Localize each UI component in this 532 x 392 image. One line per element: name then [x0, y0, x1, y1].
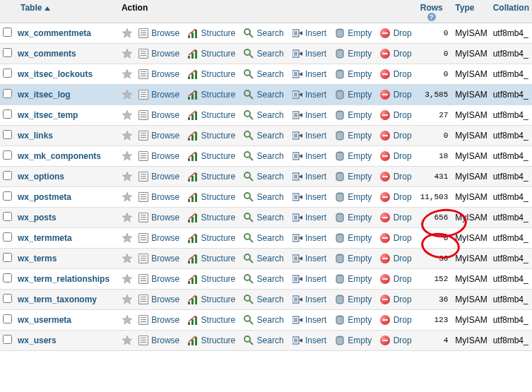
empty-link[interactable]: Empty [348, 49, 372, 59]
row-checkbox[interactable] [3, 130, 12, 139]
row-checkbox[interactable] [3, 89, 12, 98]
search-link[interactable]: Search [257, 233, 284, 243]
structure-link[interactable]: Structure [201, 49, 236, 59]
sort-by-collation[interactable]: Collation [493, 3, 529, 13]
browse-link[interactable]: Browse [151, 254, 179, 263]
star-icon[interactable] [122, 109, 133, 121]
browse-link[interactable]: Browse [151, 213, 179, 222]
search-link[interactable]: Search [257, 172, 284, 182]
sort-by-table[interactable]: Table [20, 3, 50, 13]
drop-link[interactable]: Drop [394, 274, 412, 284]
sort-by-rows[interactable]: Rows [420, 3, 443, 13]
row-checkbox[interactable] [3, 335, 12, 344]
browse-link[interactable]: Browse [151, 151, 179, 161]
search-link[interactable]: Search [257, 110, 284, 120]
insert-link[interactable]: Insert [305, 49, 326, 59]
insert-link[interactable]: Insert [305, 295, 326, 304]
table-name-link[interactable]: wx_itsec_temp [18, 110, 78, 120]
table-name-link[interactable]: wx_links [18, 131, 53, 141]
structure-link[interactable]: Structure [201, 295, 236, 304]
drop-link[interactable]: Drop [394, 295, 412, 304]
browse-link[interactable]: Browse [151, 274, 179, 284]
search-link[interactable]: Search [257, 49, 284, 59]
insert-link[interactable]: Insert [305, 69, 326, 79]
row-checkbox[interactable] [3, 314, 12, 323]
drop-link[interactable]: Drop [394, 315, 412, 325]
structure-link[interactable]: Structure [201, 28, 236, 38]
insert-link[interactable]: Insert [305, 90, 326, 100]
empty-link[interactable]: Empty [348, 131, 372, 141]
star-icon[interactable] [122, 89, 133, 100]
empty-link[interactable]: Empty [348, 151, 372, 161]
empty-link[interactable]: Empty [348, 213, 372, 222]
insert-link[interactable]: Insert [305, 254, 326, 263]
structure-link[interactable]: Structure [201, 172, 236, 182]
search-link[interactable]: Search [257, 274, 284, 284]
drop-link[interactable]: Drop [394, 90, 412, 100]
structure-link[interactable]: Structure [201, 315, 236, 325]
empty-link[interactable]: Empty [348, 274, 372, 284]
row-checkbox[interactable] [3, 171, 12, 180]
star-icon[interactable] [122, 48, 133, 59]
browse-link[interactable]: Browse [151, 295, 179, 304]
search-link[interactable]: Search [257, 69, 284, 79]
insert-link[interactable]: Insert [305, 213, 326, 222]
table-name-link[interactable]: wx_mk_components [18, 151, 101, 161]
structure-link[interactable]: Structure [201, 90, 236, 100]
insert-link[interactable]: Insert [305, 131, 326, 141]
insert-link[interactable]: Insert [305, 151, 326, 161]
drop-link[interactable]: Drop [394, 69, 412, 79]
star-icon[interactable] [122, 273, 133, 285]
empty-link[interactable]: Empty [348, 69, 372, 79]
browse-link[interactable]: Browse [151, 110, 179, 120]
browse-link[interactable]: Browse [151, 69, 179, 79]
star-icon[interactable] [122, 212, 133, 223]
table-name-link[interactable]: wx_itsec_log [18, 90, 71, 100]
table-name-link[interactable]: wx_termmeta [18, 233, 72, 243]
col-table[interactable]: Table [15, 0, 119, 23]
row-checkbox[interactable] [3, 294, 12, 303]
table-name-link[interactable]: wx_comments [18, 49, 76, 59]
table-name-link[interactable]: wx_terms [18, 254, 57, 263]
table-name-link[interactable]: wx_term_taxonomy [18, 295, 97, 304]
drop-link[interactable]: Drop [394, 192, 412, 202]
empty-link[interactable]: Empty [348, 172, 372, 182]
search-link[interactable]: Search [257, 213, 284, 222]
table-name-link[interactable]: wx_term_relationships [18, 274, 110, 284]
drop-link[interactable]: Drop [394, 49, 412, 59]
empty-link[interactable]: Empty [348, 110, 372, 120]
empty-link[interactable]: Empty [348, 254, 372, 263]
drop-link[interactable]: Drop [394, 172, 412, 182]
search-link[interactable]: Search [257, 90, 284, 100]
structure-link[interactable]: Structure [201, 213, 236, 222]
structure-link[interactable]: Structure [201, 131, 236, 141]
row-checkbox[interactable] [3, 273, 12, 283]
browse-link[interactable]: Browse [151, 192, 179, 202]
star-icon[interactable] [122, 314, 133, 326]
browse-link[interactable]: Browse [151, 233, 179, 243]
insert-link[interactable]: Insert [305, 110, 326, 120]
browse-link[interactable]: Browse [151, 131, 179, 141]
empty-link[interactable]: Empty [348, 90, 372, 100]
empty-link[interactable]: Empty [348, 192, 372, 202]
row-checkbox[interactable] [3, 28, 12, 37]
structure-link[interactable]: Structure [201, 254, 236, 263]
search-link[interactable]: Search [257, 192, 284, 202]
table-name-link[interactable]: wx_usermeta [18, 315, 71, 325]
browse-link[interactable]: Browse [151, 28, 179, 38]
structure-link[interactable]: Structure [201, 335, 236, 345]
row-checkbox[interactable] [3, 150, 12, 160]
star-icon[interactable] [122, 253, 133, 264]
structure-link[interactable]: Structure [201, 233, 236, 243]
structure-link[interactable]: Structure [201, 192, 236, 202]
search-link[interactable]: Search [257, 315, 284, 325]
search-link[interactable]: Search [257, 335, 284, 345]
drop-link[interactable]: Drop [394, 151, 412, 161]
table-name-link[interactable]: wx_options [18, 172, 64, 182]
star-icon[interactable] [122, 294, 133, 305]
structure-link[interactable]: Structure [201, 151, 236, 161]
drop-link[interactable]: Drop [394, 233, 412, 243]
browse-link[interactable]: Browse [151, 315, 179, 325]
empty-link[interactable]: Empty [348, 295, 372, 304]
row-checkbox[interactable] [3, 191, 12, 201]
